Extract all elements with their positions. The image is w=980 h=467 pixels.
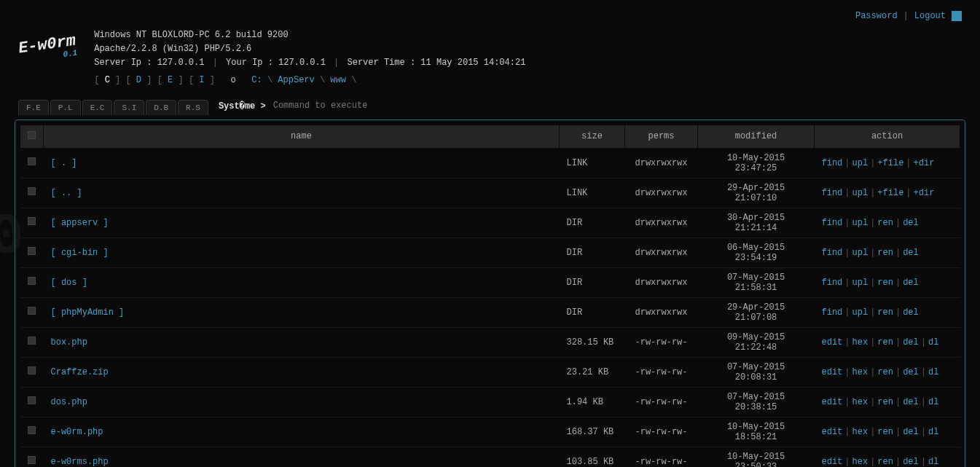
action-upl[interactable]: upl bbox=[852, 248, 869, 258]
action-ren[interactable]: ren bbox=[877, 278, 893, 288]
action-dl[interactable]: dl bbox=[928, 457, 938, 467]
action-find[interactable]: find bbox=[822, 188, 843, 198]
action-dl[interactable]: dl bbox=[928, 397, 938, 407]
header-size[interactable]: size bbox=[560, 125, 625, 148]
action-dl[interactable]: dl bbox=[928, 427, 938, 437]
file-name[interactable]: e-w0rm.php bbox=[44, 417, 560, 447]
file-name[interactable]: e-w0rms.php bbox=[44, 447, 560, 467]
drive-C[interactable]: C bbox=[105, 75, 110, 85]
table-row: [ dos ]DIRdrwxrwxrwx07-May-2015 21:58:31… bbox=[20, 267, 960, 297]
header-checkbox[interactable] bbox=[20, 125, 44, 148]
action-plus-file[interactable]: +file bbox=[877, 188, 903, 198]
action-edit[interactable]: edit bbox=[822, 397, 843, 407]
header-modified[interactable]: modified bbox=[698, 125, 815, 148]
action-ren[interactable]: ren bbox=[877, 337, 893, 348]
file-name[interactable]: Craffze.zip bbox=[44, 357, 560, 387]
path-segment[interactable]: C: bbox=[251, 75, 262, 85]
action-find[interactable]: find bbox=[822, 307, 843, 318]
row-checkbox[interactable] bbox=[20, 417, 44, 447]
action-edit[interactable]: edit bbox=[822, 457, 843, 467]
action-upl[interactable]: upl bbox=[852, 158, 869, 168]
row-checkbox[interactable] bbox=[20, 327, 44, 357]
action-del[interactable]: del bbox=[903, 397, 919, 407]
tab-rs[interactable]: R.S bbox=[178, 100, 208, 115]
action-plus-file[interactable]: +file bbox=[877, 158, 903, 168]
action-hex[interactable]: hex bbox=[852, 457, 869, 467]
row-checkbox[interactable] bbox=[20, 357, 44, 387]
row-checkbox[interactable] bbox=[20, 148, 44, 178]
file-size: 168.37 KB bbox=[560, 417, 625, 447]
action-hex[interactable]: hex bbox=[852, 427, 869, 437]
action-del[interactable]: del bbox=[903, 218, 919, 228]
file-perms: drwxrwxrwx bbox=[625, 267, 698, 297]
action-find[interactable]: find bbox=[822, 248, 843, 258]
action-ren[interactable]: ren bbox=[877, 367, 893, 377]
tab-ec[interactable]: E.C bbox=[82, 100, 113, 115]
path-segment[interactable]: AppServ bbox=[278, 75, 314, 85]
file-name[interactable]: [ . ] bbox=[44, 148, 560, 178]
password-link[interactable]: Password bbox=[855, 11, 898, 21]
tab-db[interactable]: D.B bbox=[146, 100, 176, 115]
tabs-row: F.EP.LE.CS.ID.BR.S Syst�me > bbox=[11, 98, 969, 114]
action-hex[interactable]: hex bbox=[852, 337, 869, 348]
row-checkbox[interactable] bbox=[20, 387, 44, 417]
action-del[interactable]: del bbox=[903, 248, 919, 258]
action-ren[interactable]: ren bbox=[877, 218, 893, 228]
header-action: action bbox=[815, 125, 960, 148]
row-checkbox[interactable] bbox=[20, 178, 44, 208]
command-input[interactable] bbox=[273, 101, 565, 111]
file-perms: -rw-rw-rw- bbox=[625, 417, 698, 447]
row-checkbox[interactable] bbox=[20, 447, 44, 467]
action-ren[interactable]: ren bbox=[877, 427, 893, 437]
file-name[interactable]: dos.php bbox=[44, 387, 560, 417]
file-name[interactable]: box.php bbox=[44, 327, 560, 357]
action-edit[interactable]: edit bbox=[822, 427, 843, 437]
action-plus-dir[interactable]: +dir bbox=[914, 158, 935, 168]
path-segment[interactable]: www bbox=[330, 75, 346, 85]
status-square-icon[interactable] bbox=[952, 11, 962, 21]
table-row: Craffze.zip23.21 KB-rw-rw-rw-07-May-2015… bbox=[20, 357, 960, 387]
action-del[interactable]: del bbox=[903, 427, 919, 437]
action-del[interactable]: del bbox=[903, 307, 919, 318]
action-edit[interactable]: edit bbox=[822, 367, 843, 377]
action-del[interactable]: del bbox=[903, 278, 919, 288]
action-ren[interactable]: ren bbox=[877, 248, 893, 258]
top-bar: Password | Logout bbox=[11, 7, 969, 25]
logout-link[interactable]: Logout bbox=[914, 11, 946, 21]
action-ren[interactable]: ren bbox=[877, 397, 893, 407]
file-name[interactable]: [ appserv ] bbox=[44, 208, 560, 238]
file-name[interactable]: [ phpMyAdmin ] bbox=[44, 297, 560, 327]
action-del[interactable]: del bbox=[903, 457, 919, 467]
file-name[interactable]: [ .. ] bbox=[44, 178, 560, 208]
action-hex[interactable]: hex bbox=[852, 397, 869, 407]
action-upl[interactable]: upl bbox=[852, 307, 869, 318]
action-plus-dir[interactable]: +dir bbox=[914, 188, 935, 198]
row-checkbox[interactable] bbox=[20, 267, 44, 297]
action-find[interactable]: find bbox=[822, 278, 843, 288]
tab-fe[interactable]: F.E bbox=[18, 100, 49, 115]
action-ren[interactable]: ren bbox=[877, 307, 893, 318]
action-ren[interactable]: ren bbox=[877, 457, 893, 467]
header-perms[interactable]: perms bbox=[625, 125, 698, 148]
file-name[interactable]: [ dos ] bbox=[44, 267, 560, 297]
row-checkbox[interactable] bbox=[20, 238, 44, 267]
action-upl[interactable]: upl bbox=[852, 278, 869, 288]
action-edit[interactable]: edit bbox=[822, 337, 843, 348]
action-del[interactable]: del bbox=[903, 337, 919, 348]
tab-si[interactable]: S.I bbox=[114, 100, 144, 115]
tab-pl[interactable]: P.L bbox=[50, 100, 81, 115]
row-checkbox[interactable] bbox=[20, 297, 44, 327]
file-name[interactable]: [ cgi-bin ] bbox=[44, 238, 560, 267]
action-find[interactable]: find bbox=[822, 158, 843, 168]
action-dl[interactable]: dl bbox=[928, 367, 938, 377]
action-find[interactable]: find bbox=[822, 218, 843, 228]
row-checkbox[interactable] bbox=[20, 208, 44, 238]
file-actions: edit|hex|ren|del|dl bbox=[815, 417, 960, 447]
header-name[interactable]: name bbox=[44, 125, 560, 148]
action-upl[interactable]: upl bbox=[852, 188, 869, 198]
action-hex[interactable]: hex bbox=[852, 367, 869, 377]
drive-D[interactable]: D bbox=[136, 75, 141, 85]
action-upl[interactable]: upl bbox=[852, 218, 869, 228]
action-dl[interactable]: dl bbox=[928, 337, 938, 348]
action-del[interactable]: del bbox=[903, 367, 919, 377]
